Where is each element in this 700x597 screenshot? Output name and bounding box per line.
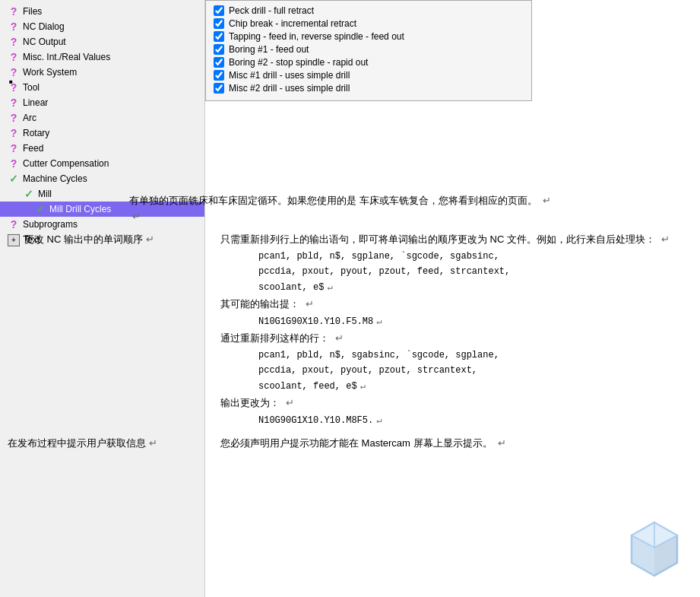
section1-label: 更改 NC 输出中的单词顺序	[24, 233, 143, 245]
checkbox-misc1[interactable]	[214, 70, 224, 81]
section2: 在发布过程中提示用户获取信息↵ 您必须声明用户提示功能才能在 Mastercam…	[8, 437, 692, 450]
section1-desc: 只需重新排列行上的输出语句，即可将单词输出的顺序更改为 NC 文件。例如，此行来…	[220, 233, 692, 246]
sidebar-item-arc[interactable]: ?Arc	[0, 110, 204, 125]
checkbox-row-chip-break: Chip break - incremental retract	[214, 18, 524, 29]
checkbox-boring2[interactable]	[214, 57, 224, 68]
question-icon-rotary: ?	[8, 127, 20, 139]
sidebar-item-linear[interactable]: ?Linear	[0, 95, 204, 110]
sidebar-label-machine-cycles: Machine Cycles	[23, 173, 87, 184]
section1-code3: scoolant, e$↵	[258, 281, 692, 293]
sidebar-label-nc-dialog: NC Dialog	[23, 21, 65, 32]
section1-code5: pccdia, pxout, pyout, pzout, strcantext,	[258, 365, 692, 376]
section1-changed-label: 输出更改为： ↵	[220, 396, 692, 410]
checkbox-label-chip-break: Chip break - incremental retract	[229, 18, 356, 29]
sidebar-label-linear: Linear	[23, 97, 48, 108]
section1-output-code: N10G1G90X10.Y10.F5.M8↵	[258, 316, 692, 327]
sidebar-label-rotary: Rotary	[23, 128, 49, 138]
sidebar-label-tool: Tool	[23, 82, 40, 93]
sidebar-label-arc: Arc	[23, 113, 36, 123]
sidebar-item-work-system[interactable]: ?Work System	[0, 65, 204, 80]
section1-code6: scoolant, feed, e$↵	[258, 380, 692, 392]
checkbox-row-boring2: Boring #2 - stop spindle - rapid out	[214, 57, 524, 68]
checkbox-chip-break[interactable]	[214, 18, 224, 29]
section1: +更改 NC 输出中的单词顺序↵ 只需重新排列行上的输出语句，即可将单词输出的顺…	[8, 233, 692, 430]
section1-changed-code: N10G90G1X10.Y10.M8F5.↵	[258, 414, 692, 426]
check-icon-machine-cycles: ✓	[8, 173, 20, 185]
checkbox-peck-drill[interactable]	[214, 5, 224, 16]
question-icon-nc-output: ?	[8, 36, 20, 48]
section2-label: 在发布过程中提示用户获取信息	[8, 437, 146, 449]
section1-left-arrow: ↵	[146, 233, 154, 245]
checkbox-label-misc1: Misc #1 drill - uses simple drill	[229, 70, 350, 81]
sidebar-item-nc-dialog[interactable]: ?NC Dialog	[0, 19, 204, 34]
sidebar-label-files: Files	[23, 6, 42, 17]
question-icon-arc: ?	[8, 112, 20, 124]
doc-content: 有单独的页面铣床和车床固定循环。如果您使用的是 车床或车铣复合，您将看到相应的页…	[0, 194, 700, 456]
checkbox-label-misc2: Misc #2 drill - uses simple drill	[229, 83, 350, 94]
section2-right: 您必须声明用户提示功能才能在 Mastercam 屏幕上显示提示。 ↵	[220, 437, 692, 450]
checkbox-label-peck-drill: Peck drill - full retract	[229, 5, 314, 16]
sidebar-item-nc-output[interactable]: ?NC Output	[0, 34, 204, 49]
sidebar-label-work-system: Work System	[23, 67, 77, 78]
question-icon-feed: ?	[8, 142, 20, 154]
intro-return: ↵	[132, 211, 141, 222]
checkbox-row-tapping: Tapping - feed in, reverse spindle - fee…	[214, 31, 524, 42]
section1-code4: pcan1, pbld, n$, sgabsinc, `sgcode, sgpl…	[258, 350, 692, 360]
checkbox-row-misc1: Misc #1 drill - uses simple drill	[214, 70, 524, 81]
question-icon-files: ?	[8, 5, 20, 17]
sidebar-label-nc-output: NC Output	[23, 37, 66, 47]
sidebar-label-feed: Feed	[23, 143, 43, 154]
checkbox-label-tapping: Tapping - feed in, reverse spindle - fee…	[229, 31, 404, 42]
section1-code2: pccdia, pxout, pyout, pzout, feed, strca…	[258, 266, 692, 277]
checkbox-panel: Peck drill - full retractChip break - in…	[205, 0, 532, 101]
section1-rearrange-label: 通过重新排列这样的行： ↵	[220, 332, 692, 345]
checkbox-tapping[interactable]	[214, 31, 224, 42]
section1-output-label: 其可能的输出提： ↵	[220, 297, 692, 311]
section1-expand[interactable]: +	[8, 234, 20, 246]
question-icon-nc-dialog: ?	[8, 21, 20, 33]
checkbox-row-boring1: Boring #1 - feed out	[214, 44, 524, 55]
sidebar-item-files[interactable]: ?Files	[0, 4, 204, 19]
sidebar-item-feed[interactable]: ?Feed	[0, 141, 204, 156]
sidebar-item-tool[interactable]: ?Tool	[0, 80, 204, 95]
section1-code1: pcan1, pbld, n$, sgplane, `sgcode, sgabs…	[258, 251, 692, 262]
checkbox-row-misc2: Misc #2 drill - uses simple drill	[214, 83, 524, 94]
sidebar-label-cutter-comp: Cutter Compensation	[23, 158, 109, 169]
sidebar-item-machine-cycles[interactable]: ✓Machine Cycles	[0, 171, 204, 186]
watermark-logo	[624, 519, 685, 582]
sidebar-item-misc-int[interactable]: ?Misc. Int./Real Values	[0, 49, 204, 65]
bullet-point: ■	[9, 78, 13, 85]
checkbox-label-boring2: Boring #2 - stop spindle - rapid out	[229, 57, 368, 68]
checkbox-misc2[interactable]	[214, 83, 224, 94]
section2-left: 在发布过程中提示用户获取信息↵	[8, 437, 220, 450]
sidebar-item-rotary[interactable]: ?Rotary	[0, 125, 204, 141]
section1-right: 只需重新排列行上的输出语句，即可将单词输出的顺序更改为 NC 文件。例如，此行来…	[220, 233, 692, 430]
sidebar-item-cutter-comp[interactable]: ?Cutter Compensation	[0, 156, 204, 171]
intro-text: 有单独的页面铣床和车床固定循环。如果您使用的是 车床或车铣复合，您将看到相应的页…	[129, 195, 537, 206]
sidebar-label-misc-int: Misc. Int./Real Values	[23, 52, 110, 62]
question-icon-misc-int: ?	[8, 51, 20, 63]
intro-section: 有单独的页面铣床和车床固定循环。如果您使用的是 车床或车铣复合，您将看到相应的页…	[8, 194, 692, 222]
question-icon-linear: ?	[8, 97, 20, 109]
question-icon-work-system: ?	[8, 66, 20, 78]
section1-left: +更改 NC 输出中的单词顺序↵	[8, 233, 220, 246]
checkbox-row-peck-drill: Peck drill - full retract	[214, 5, 524, 16]
intro-arrow: ↵	[543, 195, 551, 206]
main-container: ■ ?Files?NC Dialog?NC Output?Misc. Int./…	[0, 0, 700, 597]
checkbox-boring1[interactable]	[214, 44, 224, 55]
checkbox-label-boring1: Boring #1 - feed out	[229, 44, 309, 55]
question-icon-cutter-comp: ?	[8, 157, 20, 170]
